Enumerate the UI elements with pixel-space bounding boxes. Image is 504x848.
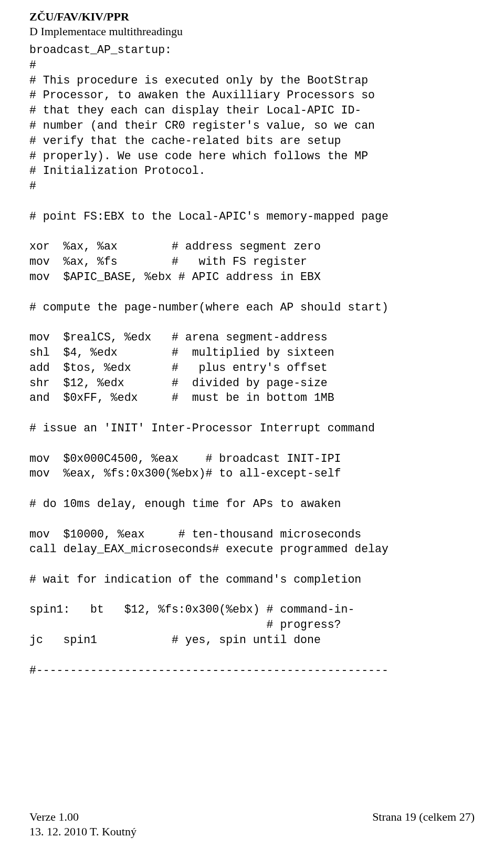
footer-date-author: 13. 12. 2010 T. Koutný (29, 824, 136, 839)
footer-left: Verze 1.00 13. 12. 2010 T. Koutný (29, 810, 136, 839)
footer-version: Verze 1.00 (29, 810, 136, 824)
code-block: broadcast_AP_startup: # # This procedure… (29, 43, 475, 678)
footer-right: Strana 19 (celkem 27) (372, 810, 475, 839)
page-footer: Verze 1.00 13. 12. 2010 T. Koutný Strana… (29, 810, 475, 839)
header-line-1: ZČU/FAV/KIV/PPR (29, 9, 475, 24)
page-header: ZČU/FAV/KIV/PPR D Implementace multithre… (29, 9, 475, 38)
footer-page-number: Strana 19 (celkem 27) (372, 810, 475, 824)
header-line-2: D Implementace multithreadingu (29, 24, 475, 39)
page: ZČU/FAV/KIV/PPR D Implementace multithre… (0, 0, 504, 848)
